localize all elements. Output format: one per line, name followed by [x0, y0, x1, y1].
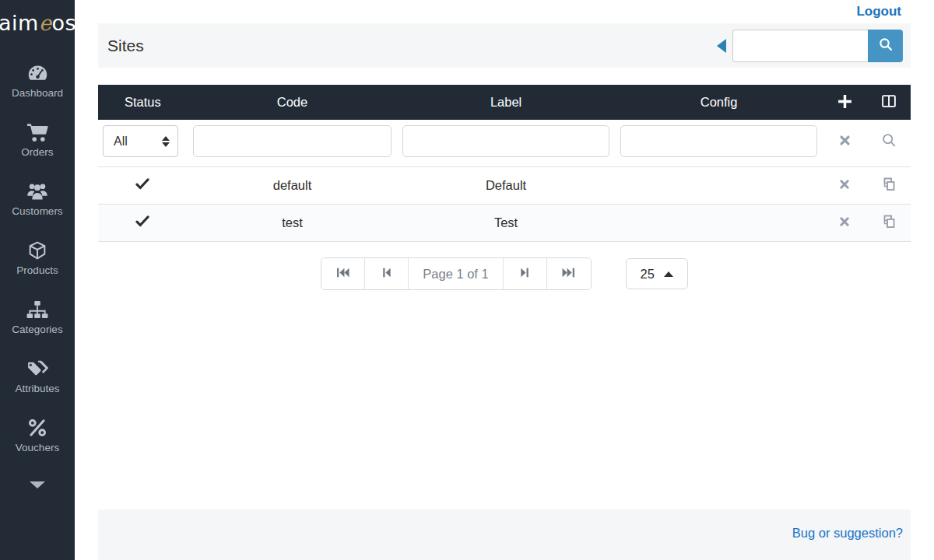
sidebar-item-label: Attributes — [15, 383, 59, 394]
column-header-config[interactable]: Config — [615, 85, 823, 120]
sidebar-item-dashboard[interactable]: Dashboard — [0, 63, 75, 99]
previous-page-button[interactable] — [365, 258, 409, 289]
site-code: default — [188, 167, 397, 205]
apply-filter-button[interactable] — [878, 129, 900, 153]
column-header-status[interactable]: Status — [98, 85, 188, 120]
site-code: test — [188, 205, 397, 242]
site-label: Test — [397, 205, 615, 242]
last-page-button[interactable] — [547, 258, 591, 289]
x-icon — [838, 178, 851, 193]
sidebar-expand-button[interactable] — [30, 481, 45, 488]
last-page-icon — [561, 266, 576, 282]
x-icon — [838, 215, 851, 230]
aimeos-logo[interactable]: aimeos — [0, 11, 76, 35]
delete-row-button[interactable] — [835, 212, 854, 233]
next-page-button[interactable] — [504, 258, 547, 289]
topbar: Logout — [98, 0, 911, 23]
add-site-button[interactable] — [834, 90, 856, 115]
page-indicator: Page 1 of 1 — [409, 258, 503, 289]
first-page-button[interactable] — [321, 258, 365, 289]
page-title: Sites — [107, 37, 144, 55]
sidebar: aimeos Dashboard — [0, 0, 75, 560]
search-button[interactable] — [868, 30, 903, 62]
pagination: Page 1 of 1 — [98, 257, 911, 290]
copy-icon — [881, 214, 897, 232]
sidebar-item-label: Vouchers — [16, 442, 59, 453]
plus-icon — [837, 93, 853, 112]
config-filter-input[interactable] — [620, 125, 817, 157]
copy-row-button[interactable] — [878, 211, 900, 235]
caret-up-icon — [664, 271, 673, 277]
caret-left-icon[interactable] — [717, 39, 726, 53]
clear-filter-button[interactable] — [835, 131, 855, 152]
site-config — [615, 205, 823, 242]
select-carets-icon — [162, 136, 170, 147]
status-filter-select[interactable]: All — [103, 125, 178, 157]
tags-icon — [26, 359, 48, 379]
site-config — [615, 167, 823, 205]
table-row[interactable]: test Test — [98, 205, 911, 242]
header-search — [717, 30, 903, 62]
sidebar-item-orders[interactable]: Orders — [0, 122, 75, 158]
code-filter-input[interactable] — [193, 125, 392, 157]
delete-row-button[interactable] — [835, 175, 854, 196]
sidebar-item-products[interactable]: Products — [0, 240, 75, 276]
sidebar-item-label: Dashboard — [12, 87, 63, 99]
main-content: Logout Sites Status Code — [75, 0, 934, 560]
sidebar-item-categories[interactable]: Categories — [0, 299, 75, 335]
previous-page-icon — [381, 266, 392, 282]
sidebar-item-customers[interactable]: Customers — [0, 181, 75, 217]
table-row[interactable]: default Default — [98, 167, 911, 205]
sidebar-item-label: Orders — [21, 146, 53, 158]
status-enabled-check-icon — [135, 215, 149, 229]
next-page-icon — [519, 266, 531, 282]
copy-row-button[interactable] — [878, 173, 900, 198]
sitemap-icon — [26, 299, 48, 320]
table-header-row: Status Code Label Config — [98, 85, 911, 120]
column-settings-button[interactable] — [878, 90, 900, 114]
bug-suggestion-link[interactable]: Bug or suggestion? — [792, 526, 903, 560]
footer: Bug or suggestion? — [98, 509, 911, 560]
percent-icon — [27, 418, 47, 438]
status-enabled-check-icon — [135, 178, 149, 192]
page-header: Sites — [98, 23, 911, 68]
copy-icon — [881, 177, 897, 194]
content-spacer — [98, 290, 911, 509]
users-icon — [26, 181, 49, 201]
sidebar-item-label: Categories — [12, 324, 62, 335]
sites-table: Status Code Label Config — [98, 85, 911, 242]
sidebar-item-attributes[interactable]: Attributes — [0, 359, 75, 394]
search-input[interactable] — [732, 30, 868, 62]
cube-icon — [27, 240, 47, 261]
filter-row: All — [98, 120, 911, 167]
site-label: Default — [397, 167, 615, 205]
label-filter-input[interactable] — [402, 125, 609, 157]
column-header-label[interactable]: Label — [397, 85, 615, 120]
search-icon — [881, 132, 897, 150]
sidebar-item-label: Customers — [12, 205, 62, 217]
column-header-code[interactable]: Code — [188, 85, 397, 120]
chevron-down-icon — [30, 481, 45, 488]
sidebar-item-vouchers[interactable]: Vouchers — [0, 418, 75, 453]
dashboard-icon — [27, 63, 48, 83]
pagination-button-group: Page 1 of 1 — [321, 257, 591, 290]
search-icon — [878, 37, 894, 54]
sidebar-nav: Dashboard Orders — [0, 63, 75, 477]
logout-link[interactable]: Logout — [856, 4, 901, 19]
first-page-icon — [335, 266, 350, 282]
sidebar-item-label: Products — [16, 264, 58, 276]
table-columns-icon — [881, 93, 897, 111]
cart-icon — [27, 122, 48, 142]
x-icon — [838, 134, 851, 149]
page-size-select[interactable]: 25 — [626, 258, 688, 289]
